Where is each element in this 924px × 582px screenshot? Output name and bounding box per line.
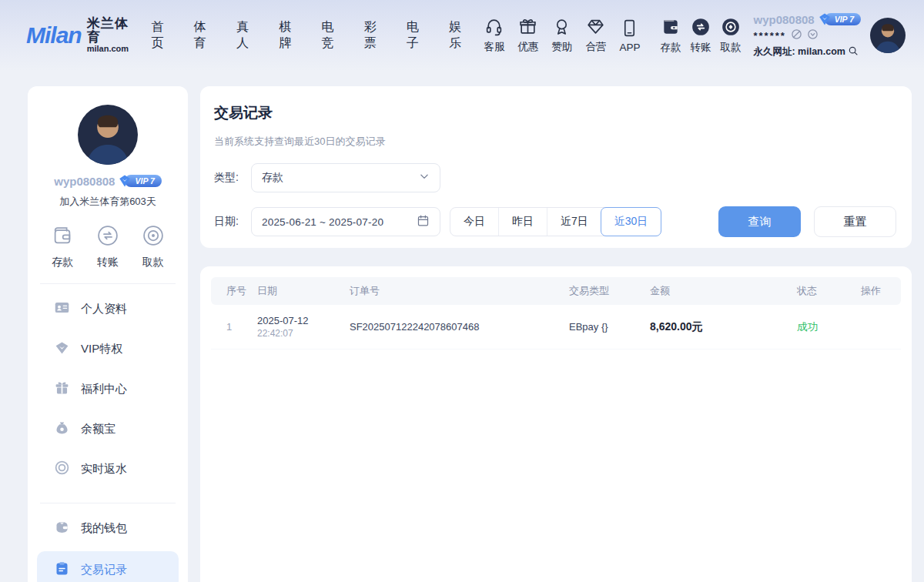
top-navbar: Milan 米兰体育 milan.com 首页 体育 真人 棋牌 电竞 彩票 电… [0,0,924,71]
calendar-icon [417,214,430,230]
clipboard-icon [54,560,70,579]
nav-sports[interactable]: 体育 [194,19,216,52]
reset-button[interactable]: 重置 [814,206,896,237]
nav-esports[interactable]: 电竞 [322,19,343,52]
nav-home[interactable]: 首页 [152,19,173,52]
sidebar-item-rebate[interactable]: 实时返水 [28,449,188,489]
nav-live[interactable]: 真人 [236,19,258,52]
page-subtitle: 当前系统支持查询最近30日的交易记录 [214,135,896,149]
filter-panel: 交易记录 当前系统支持查询最近30日的交易记录 类型: 存款 日期: 2025-… [200,86,912,248]
deposit-button[interactable]: 存款 [660,17,681,55]
transfer-button[interactable]: 转账 [96,224,119,269]
permanent-url-label: 永久网址: milan.com [753,45,845,59]
divider [40,503,176,503]
page-title: 交易记录 [214,103,896,123]
purse-icon [54,519,70,537]
transfer-icon [96,224,119,250]
sidebar-item-profile[interactable]: 个人资料 [28,289,188,329]
transfer-button[interactable]: 转账 [690,17,711,55]
search-button[interactable]: 查询 [718,206,801,237]
vip-badge: VIP 7 [118,174,161,188]
range-today-button[interactable]: 今日 [450,208,498,236]
deposit-button[interactable]: 存款 [51,224,74,269]
sidebar-item-vip[interactable]: VIP特权 [28,329,188,369]
logo-title: 米兰体育 [87,17,135,45]
gem-icon [586,17,605,36]
sidebar-item-yuebao[interactable]: 余额宝 [28,409,188,449]
sidebar-item-wallet[interactable]: 我的钱包 [28,508,188,548]
phone-icon [620,18,639,38]
divider [40,283,176,284]
rebate-icon [54,460,70,478]
gift-icon [518,17,537,36]
range-7days-button[interactable]: 近7日 [547,208,601,236]
withdraw-icon [721,17,741,37]
chevron-down-icon [419,171,430,185]
table-header: 序号 日期 订单号 交易类型 金额 状态 操作 [211,277,901,305]
row-index: 1 [211,321,251,333]
avatar[interactable] [78,105,138,165]
avatar[interactable] [870,18,906,53]
user-info[interactable]: wyp080808 VIP 7 ****** [753,12,861,59]
row-amount: 8,620.00元 [650,320,703,333]
join-days-text: 加入米兰体育第603天 [28,195,188,209]
masked-balance: ****** [753,33,785,39]
date-label: 日期: [214,215,251,229]
row-status: 成功 [797,321,818,333]
gift-icon [54,380,70,398]
headset-icon [484,17,504,36]
row-order-no: SF202507122242078607468 [343,321,563,333]
nav-cards[interactable]: 棋牌 [279,19,300,52]
sponsor-button[interactable]: 赞助 [551,17,572,54]
transactions-table: 序号 日期 订单号 交易类型 金额 状态 操作 1 2025-07-12 22:… [200,266,912,582]
partnership-button[interactable]: 合营 [585,17,606,54]
date-range-input[interactable]: 2025-06-21 ~ 2025-07-20 [251,207,440,236]
sidebar-item-welfare[interactable]: 福利中心 [28,369,188,409]
withdraw-button[interactable]: 取款 [720,17,741,55]
transfer-icon [691,17,711,37]
site-logo[interactable]: Milan 米兰体育 milan.com [26,17,135,53]
nav-lottery[interactable]: 彩票 [364,19,386,52]
vip-badge: VIP 7 [818,12,861,26]
logo-domain: milan.com [87,45,135,54]
withdraw-button[interactable]: 取款 [142,224,165,269]
withdraw-icon [142,224,165,250]
app-download-button[interactable]: APP [619,18,640,53]
wallet-icon [661,17,681,37]
nav-entertainment[interactable]: 娱乐 [449,19,470,52]
range-30days-button[interactable]: 近30日 [601,207,662,236]
main-nav: 首页 体育 真人 棋牌 电竞 彩票 电子 娱乐 [152,19,471,52]
username: wyp080808 [54,175,115,188]
vip-gem-icon [54,340,70,358]
wallet-icon [51,224,74,250]
refresh-balance-icon[interactable] [807,28,819,43]
type-select[interactable]: 存款 [251,163,440,192]
eye-off-icon[interactable] [791,28,802,43]
logo-script: Milan [26,22,82,48]
promotions-button[interactable]: 优惠 [517,17,538,54]
medal-icon [552,17,571,36]
type-label: 类型: [214,171,251,185]
profile-sidebar: wyp080808 VIP 7 加入米兰体育第603天 存款 转账 [28,86,188,582]
date-range-presets: 今日 昨日 近7日 近30日 [450,207,661,236]
username: wyp080808 [753,13,814,26]
range-yesterday-button[interactable]: 昨日 [498,208,547,236]
table-row: 1 2025-07-12 22:42:07 SF2025071222420786… [211,305,901,350]
id-card-icon [54,299,70,318]
main-content: 交易记录 当前系统支持查询最近30日的交易记录 类型: 存款 日期: 2025-… [200,86,912,582]
customer-service-button[interactable]: 客服 [484,17,504,54]
search-icon[interactable] [848,45,859,59]
nav-slots[interactable]: 电子 [407,19,428,52]
row-type: EBpay {} [563,321,644,333]
row-date: 2025-07-12 22:42:07 [251,315,343,339]
sidebar-item-transactions[interactable]: 交易记录 [37,551,179,582]
money-bag-icon [54,420,70,438]
